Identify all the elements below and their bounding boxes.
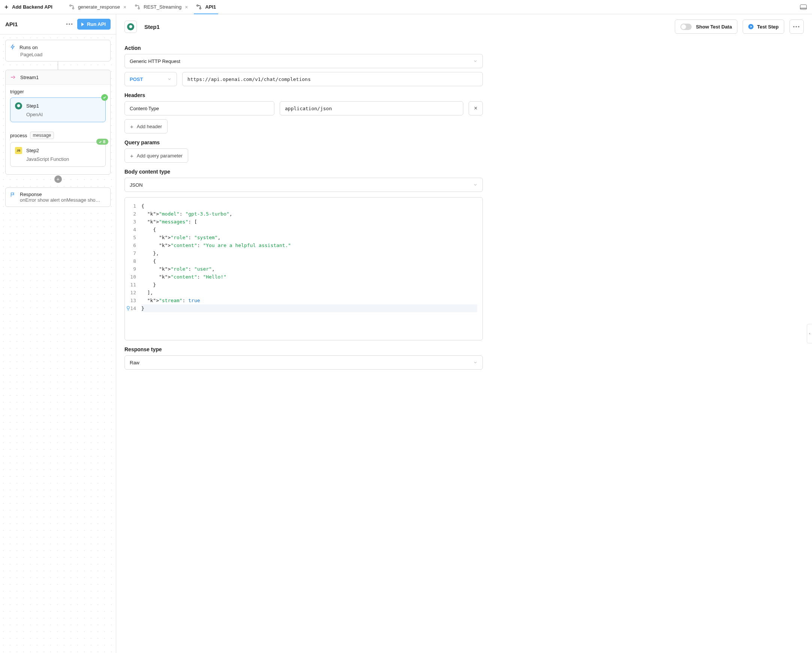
line-number: 2: [125, 210, 141, 218]
switch-icon: [681, 24, 691, 30]
plus-icon: +: [130, 153, 133, 159]
close-icon[interactable]: ×: [185, 4, 188, 10]
test-step-button[interactable]: Test Step: [743, 20, 784, 34]
http-method-select[interactable]: POST: [124, 72, 177, 86]
step-step2[interactable]: 8 JS Step2 JavaScript Function: [10, 142, 106, 167]
runs-on-card[interactable]: Runs on PageLoad: [5, 40, 111, 61]
tab-label: generate_response: [78, 4, 120, 10]
tab-generate-response[interactable]: generate_response ×: [67, 0, 128, 14]
form-area: Action Generic HTTP Request POST https:/…: [116, 35, 491, 384]
close-icon[interactable]: ×: [123, 4, 126, 10]
svg-point-4: [197, 5, 198, 6]
code-line[interactable]: 8 {: [125, 257, 477, 265]
code-line[interactable]: 10 "k">"content": "Hello!": [125, 273, 477, 281]
response-type-value: Raw: [130, 360, 139, 366]
play-icon: [748, 24, 754, 29]
panel-icon: [800, 5, 807, 10]
stream-icon: [10, 74, 16, 80]
line-number: 9: [125, 265, 141, 273]
code-line[interactable]: 6 "k">"content": "You are a helpful assi…: [125, 241, 477, 249]
add-step-connector: +: [5, 175, 111, 188]
code-line[interactable]: 5 "k">"role": "system",: [125, 233, 477, 241]
collapse-right-panel-button[interactable]: [807, 324, 812, 343]
header-name-input[interactable]: Content-Type: [124, 101, 275, 116]
code-line[interactable]: 3 "k">"messages": [: [125, 218, 477, 226]
response-desc: onError show alert onMessage sho…: [20, 197, 101, 203]
code-line[interactable]: 12 ],: [125, 288, 477, 296]
code-line[interactable]: 2 "k">"model": "gpt-3.5-turbo",: [125, 210, 477, 218]
svg-point-3: [138, 8, 139, 9]
plus-icon: +: [130, 123, 133, 130]
editor-more-button[interactable]: •••: [789, 20, 804, 34]
hamburger-icon[interactable]: [56, 5, 62, 9]
show-test-data-toggle[interactable]: Show Test Data: [675, 20, 738, 34]
url-input[interactable]: https://api.openai.com/v1/chat/completio…: [182, 72, 483, 86]
lightning-icon: [10, 44, 15, 51]
api-name: API1: [5, 21, 62, 27]
add-backend-api-button[interactable]: + Add Backend API: [0, 0, 56, 14]
code-line[interactable]: 11 }: [125, 281, 477, 288]
workflow-icon: [69, 4, 75, 10]
runs-on-title: Runs on: [20, 44, 38, 50]
lightbulb-icon[interactable]: [125, 305, 131, 311]
show-test-data-label: Show Test Data: [696, 24, 732, 30]
method-url-row: POST https://api.openai.com/v1/chat/comp…: [124, 72, 483, 86]
chevron-down-icon: [167, 77, 172, 81]
action-select[interactable]: Generic HTTP Request: [124, 54, 483, 68]
api-more-button[interactable]: •••: [66, 21, 73, 27]
step-desc: OpenAI: [26, 112, 100, 117]
editor-header: ✺ Step1 Show Test Data Test Step •••: [116, 14, 812, 35]
body-content-type-select[interactable]: JSON: [124, 178, 483, 192]
tab-rest-streaming[interactable]: REST_Streaming ×: [133, 0, 189, 14]
add-header-button[interactable]: + Add header: [124, 119, 168, 133]
stream-header[interactable]: Stream1: [6, 70, 110, 85]
workspace: API1 ••• Run API Runs on PageLoad: [0, 14, 812, 653]
response-type-select[interactable]: Raw: [124, 355, 483, 369]
svg-point-0: [70, 5, 71, 6]
tab-strip: generate_response × REST_Streaming × API…: [67, 0, 217, 14]
process-row: process message: [6, 127, 110, 142]
action-title: Action: [124, 45, 483, 51]
step-step1[interactable]: ✺ Step1 OpenAI: [10, 98, 106, 122]
remove-header-button[interactable]: ×: [469, 101, 483, 116]
code-line[interactable]: 9 "k">"role": "user",: [125, 265, 477, 273]
toggle-panel-button[interactable]: [800, 5, 807, 10]
run-api-label: Run API: [87, 21, 106, 27]
line-number: 12: [125, 288, 141, 296]
code-line[interactable]: 7 },: [125, 249, 477, 257]
line-number: 8: [125, 257, 141, 265]
sidebar-header: API1 ••• Run API: [0, 14, 116, 35]
line-number: 10: [125, 273, 141, 281]
add-step-button[interactable]: +: [54, 175, 62, 183]
test-step-label: Test Step: [757, 24, 778, 30]
line-number: 3: [125, 218, 141, 226]
workflow-canvas: Runs on PageLoad Stream1 trigger: [0, 35, 116, 653]
iteration-count: 8: [103, 139, 105, 144]
openai-icon: ✺: [15, 102, 22, 110]
body-editor[interactable]: 1{2 "k">"model": "gpt-3.5-turbo",3 "k">"…: [124, 197, 483, 340]
tab-api1[interactable]: API1: [195, 0, 217, 14]
workflow-icon: [134, 4, 140, 10]
run-api-button[interactable]: Run API: [77, 19, 111, 30]
code-line[interactable]: 4 {: [125, 226, 477, 233]
http-method-value: POST: [130, 76, 143, 82]
query-params-title: Query params: [124, 139, 483, 145]
response-card[interactable]: Response onError show alert onMessage sh…: [5, 188, 111, 207]
code-line[interactable]: 14}: [125, 304, 477, 312]
code-area[interactable]: 1{2 "k">"model": "gpt-3.5-turbo",3 "k">"…: [125, 198, 482, 340]
code-line[interactable]: 1{: [125, 202, 477, 210]
line-number: 13: [125, 296, 141, 304]
line-number: 5: [125, 233, 141, 241]
chevron-down-icon: [473, 360, 478, 365]
header-value-value: application/json: [285, 106, 332, 111]
code-line[interactable]: 13 "k">"stream": true: [125, 296, 477, 304]
add-query-param-button[interactable]: + Add query parameter: [124, 148, 188, 163]
line-number: 4: [125, 226, 141, 233]
iteration-badge: 8: [96, 139, 108, 145]
line-number: 7: [125, 249, 141, 257]
process-tag[interactable]: message: [30, 131, 54, 139]
svg-point-2: [135, 5, 137, 6]
step-icon-box: ✺: [124, 21, 137, 33]
url-value: https://api.openai.com/v1/chat/completio…: [188, 76, 311, 82]
header-value-input[interactable]: application/json: [280, 101, 463, 116]
